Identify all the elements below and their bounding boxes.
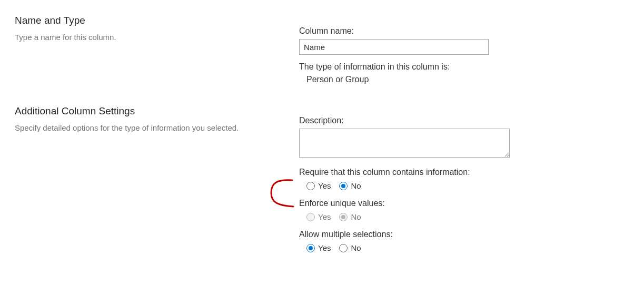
require-no-radio[interactable]: No: [339, 181, 361, 190]
type-info-value: Person or Group: [299, 75, 629, 84]
radio-icon: [306, 244, 315, 252]
radio-icon: [339, 244, 348, 252]
unique-radios: Yes No: [299, 212, 629, 221]
additional-title: Additional Column Settings: [15, 105, 283, 117]
radio-label: No: [351, 243, 361, 252]
require-label: Require that this column contains inform…: [299, 168, 629, 177]
section-right: Description: Require that this column co…: [299, 105, 629, 252]
type-info-label: The type of information in this column i…: [299, 62, 629, 72]
radio-label: No: [351, 212, 361, 221]
section-name-and-type: Name and Type Type a name for this colum…: [15, 15, 629, 84]
additional-desc: Specify detailed options for the type of…: [15, 122, 283, 133]
column-name-label: Column name:: [299, 26, 629, 36]
column-name-input[interactable]: [299, 39, 489, 55]
radio-label: Yes: [318, 212, 331, 221]
section-additional-settings: Additional Column Settings Specify detai…: [15, 105, 629, 252]
radio-icon: [339, 182, 348, 190]
multi-no-radio[interactable]: No: [339, 243, 361, 252]
multi-radios: Yes No: [299, 243, 629, 252]
description-label: Description:: [299, 116, 629, 125]
require-radios: Yes No: [299, 181, 629, 190]
name-type-desc: Type a name for this column.: [15, 32, 283, 43]
require-yes-radio[interactable]: Yes: [306, 181, 331, 190]
section-left: Name and Type Type a name for this colum…: [15, 15, 299, 43]
unique-yes-radio: Yes: [306, 212, 331, 221]
radio-label: Yes: [318, 181, 331, 190]
unique-label: Enforce unique values:: [299, 199, 629, 208]
section-right: Column name: The type of information in …: [299, 15, 629, 84]
name-type-title: Name and Type: [15, 15, 283, 26]
radio-icon: [339, 213, 348, 221]
radio-icon: [306, 213, 315, 221]
section-left: Additional Column Settings Specify detai…: [15, 105, 299, 133]
radio-icon: [306, 182, 315, 190]
description-textarea[interactable]: [299, 129, 510, 158]
multi-label: Allow multiple selections:: [299, 230, 629, 239]
unique-no-radio: No: [339, 212, 361, 221]
radio-label: Yes: [318, 243, 331, 252]
radio-label: No: [351, 181, 361, 190]
multi-yes-radio[interactable]: Yes: [306, 243, 331, 252]
